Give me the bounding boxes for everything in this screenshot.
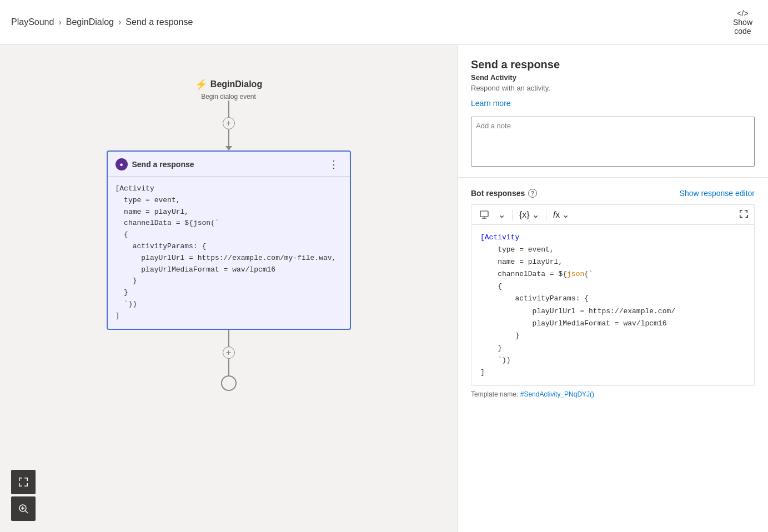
template-name-link[interactable]: #SendActivity_PNqDYJ() [520,390,594,398]
show-code-label: Showcode [733,18,752,36]
code-editor-line-7: playUrlUrl = https://example.com/ [480,305,745,318]
svg-rect-3 [27,478,28,481]
connector-line-2 [228,129,229,146]
fx-icon: fx [553,210,560,220]
code-line-7: playUrlUrl = https://example.com/my-file… [116,253,342,264]
response-card[interactable]: ● Send a response ⋮ [Activity type = eve… [107,150,351,330]
svg-line-9 [26,511,28,514]
code-line-11: `)) [116,299,342,310]
svg-rect-12 [480,211,488,217]
bot-responses-header: Bot responses ? Show response editor [471,189,755,198]
card-body: [Activity type = event, name = playUrl, … [108,177,350,329]
card-title: Send a response [132,160,194,169]
code-editor-line-3: name = playUrl, [480,256,745,268]
code-line-3: name = playUrl, [116,207,342,218]
code-editor[interactable]: [Activity type = event, name = playUrl, … [471,224,755,386]
top-bar: PlaySound › BeginDialog › Send a respons… [0,0,768,45]
expand-button[interactable] [739,209,749,220]
code-editor-line-6: activityParams: { [480,293,745,305]
lightning-icon: ⚡ [195,78,207,91]
code-editor-line-5: { [480,280,745,293]
connector-line-3 [228,330,229,347]
toolbar-separator-1 [512,209,513,220]
breadcrumb-send-response: Send a response [126,17,193,27]
template-name-line: Template name: #SendActivity_PNqDYJ() [471,390,755,398]
breadcrumb-playsound[interactable]: PlaySound [11,17,54,27]
fx-button[interactable]: fx ⌄ [551,208,571,221]
end-circle [221,375,237,391]
connector-arrow-1 [225,146,232,150]
breadcrumb-sep-2: › [118,17,121,27]
zoom-button[interactable] [11,496,36,521]
show-response-editor-link[interactable]: Show response editor [680,189,755,198]
code-editor-line-4: channelData = ${json(` [480,268,745,280]
fit-screen-icon [18,476,29,488]
begin-dialog-subtitle: Begin dialog event [201,93,256,101]
code-line-4: channelData = ${json(` [116,218,342,229]
card-header: ● Send a response ⋮ [108,152,350,177]
learn-more-link[interactable]: Learn more [471,99,511,108]
variables-button[interactable]: {x} ⌄ [517,208,541,221]
breadcrumb-begindialog[interactable]: BeginDialog [66,17,114,27]
expand-icon [739,209,749,219]
code-icon: </> [737,9,748,18]
panel-desc: Respond with an activity. [471,84,755,92]
code-line-2: type = event, [116,195,342,207]
main-layout: ⚡ BeginDialog Begin dialog event + ● [0,45,768,532]
chevron-down-button[interactable]: ⌄ [496,208,508,221]
flow-container: ⚡ BeginDialog Begin dialog event + ● [0,45,457,532]
panel-body: Bot responses ? Show response editor [458,178,768,532]
fx-chevron: ⌄ [562,209,569,220]
begin-dialog-node: ⚡ BeginDialog Begin dialog event [195,78,262,101]
toolbar-left: ⌄ {x} ⌄ fx ⌄ [477,208,571,221]
panel-subtitle: Send Activity [471,73,755,82]
add-node-button-2[interactable]: + [223,347,235,359]
code-line-5: { [116,229,342,241]
begin-dialog-label: BeginDialog [210,79,262,89]
variables-icon: {x} [519,210,530,220]
breadcrumb: PlaySound › BeginDialog › Send a respons… [11,17,193,27]
template-name-prefix: Template name: [471,390,520,398]
panel-header: Send a response Send Activity Respond wi… [458,45,768,178]
code-editor-line-2: type = event, [480,244,745,256]
template-icon-button[interactable] [477,209,491,221]
card-menu-button[interactable]: ⋮ [325,157,342,172]
code-editor-line-1: [Activity [480,232,745,244]
svg-rect-7 [27,483,28,486]
fit-to-screen-button[interactable] [11,470,36,494]
connector-line-4 [228,359,229,375]
note-textarea[interactable] [471,117,755,167]
code-line-8: playUrlMediaFormat = wav/lpcm16 [116,264,342,276]
begin-dialog-title: ⚡ BeginDialog [195,78,262,91]
code-editor-line-12: ] [480,367,745,379]
chevron-down-icon: ⌄ [498,209,505,220]
bot-responses-left: Bot responses ? [471,189,537,198]
code-editor-line-9: } [480,330,745,342]
code-editor-line-11: `)) [480,354,745,367]
svg-rect-1 [19,478,20,481]
svg-rect-5 [19,483,20,486]
panel-title: Send a response [471,58,755,71]
show-code-button[interactable]: </> Showcode [729,7,757,38]
toolbar-separator-2 [546,209,546,220]
right-panel: Send a response Send Activity Respond wi… [457,45,768,532]
code-line-6: activityParams: { [116,241,342,253]
zoom-icon [18,503,29,514]
card-icon-symbol: ● [119,161,123,168]
code-line-9: } [116,275,342,287]
code-editor-line-10: } [480,342,745,354]
help-icon[interactable]: ? [528,189,537,198]
breadcrumb-sep-1: › [58,17,61,27]
connector-line-1 [228,101,229,117]
code-editor-toolbar: ⌄ {x} ⌄ fx ⌄ [471,204,755,224]
add-node-button-1[interactable]: + [223,117,235,129]
card-header-left: ● Send a response [116,158,194,170]
code-line-12: ] [116,310,342,322]
card-icon: ● [116,158,128,170]
flow-connector-2: + [221,330,237,391]
canvas-area[interactable]: ⚡ BeginDialog Begin dialog event + ● [0,45,457,532]
canvas-toolbar [11,470,36,521]
code-editor-line-8: playUrlMediaFormat = wav/lpcm16 [480,318,745,330]
template-icon [479,210,489,220]
flow-connector-1: + [223,101,235,150]
